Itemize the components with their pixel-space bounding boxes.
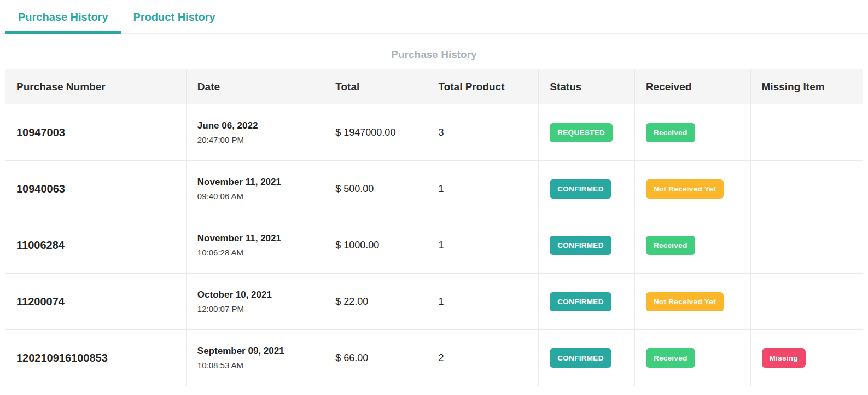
total-cell: $ 500.00 bbox=[324, 161, 427, 217]
tab-product-history[interactable]: Product History bbox=[121, 4, 228, 34]
total-cell: $ 22.00 bbox=[324, 274, 427, 330]
date-cell: October 10, 202112:00:07 PM bbox=[186, 274, 324, 330]
total-product-value: 3 bbox=[438, 127, 444, 138]
purchase-number-value: 11200074 bbox=[16, 295, 65, 307]
status-badge: CONFIRMED bbox=[550, 348, 611, 368]
status-cell: CONFIRMED bbox=[539, 330, 635, 386]
table-row: 10940063November 11, 202109:40:06 AM$ 50… bbox=[5, 161, 863, 217]
received-cell: Not Received Yet bbox=[634, 274, 750, 330]
purchase-number-value: 11006284 bbox=[16, 239, 65, 251]
missing-item-cell: Missing bbox=[750, 330, 863, 386]
missing-item-cell bbox=[750, 217, 863, 274]
column-header-date: Date bbox=[186, 69, 324, 104]
status-cell: REQUESTED bbox=[539, 104, 635, 161]
total-cell: $ 1947000.00 bbox=[324, 104, 427, 161]
table-header-row: Purchase Number Date Total Total Product… bbox=[5, 69, 863, 104]
date-value: November 11, 2021 bbox=[197, 177, 313, 188]
received-cell: Received bbox=[634, 330, 750, 386]
column-header-status: Status bbox=[539, 69, 635, 104]
received-cell: Not Received Yet bbox=[634, 161, 750, 217]
time-value: 09:40:06 AM bbox=[197, 191, 313, 201]
received-cell: Received bbox=[634, 217, 750, 274]
received-cell: Received bbox=[634, 104, 750, 161]
tabs-bar: Purchase History Product History bbox=[0, 4, 868, 34]
column-header-received: Received bbox=[634, 69, 750, 104]
total-cell: $ 1000.00 bbox=[324, 217, 427, 274]
total-product-value: 1 bbox=[438, 240, 444, 251]
received-badge: Received bbox=[646, 348, 695, 368]
page-title: Purchase History bbox=[0, 49, 868, 61]
total-product-cell: 3 bbox=[427, 104, 539, 161]
received-badge: Received bbox=[646, 123, 695, 142]
table-row: 10947003June 06, 202220:47:00 PM$ 194700… bbox=[5, 104, 863, 161]
purchase-number-cell: 120210916100853 bbox=[5, 330, 187, 386]
total-product-cell: 1 bbox=[427, 274, 539, 330]
received-badge: Received bbox=[646, 236, 695, 255]
total-product-value: 2 bbox=[438, 352, 444, 363]
total-value: $ 500.00 bbox=[335, 183, 374, 194]
status-badge: CONFIRMED bbox=[550, 236, 611, 255]
date-cell: June 06, 202220:47:00 PM bbox=[186, 104, 324, 161]
total-product-cell: 2 bbox=[427, 330, 539, 386]
total-value: $ 1947000.00 bbox=[335, 127, 395, 138]
status-cell: CONFIRMED bbox=[539, 161, 635, 217]
date-value: October 10, 2021 bbox=[197, 289, 313, 300]
column-header-total: Total bbox=[324, 69, 427, 104]
total-product-value: 1 bbox=[438, 183, 444, 194]
missing-item-badge: Missing bbox=[762, 348, 806, 368]
date-value: November 11, 2021 bbox=[197, 233, 313, 244]
purchase-number-cell: 11006284 bbox=[5, 217, 187, 274]
date-cell: November 11, 202109:40:06 AM bbox=[186, 161, 324, 217]
missing-item-cell bbox=[750, 274, 863, 330]
status-badge: CONFIRMED bbox=[550, 292, 611, 311]
total-value: $ 1000.00 bbox=[335, 240, 379, 251]
date-cell: November 11, 202110:06:28 AM bbox=[186, 217, 324, 274]
purchase-number-cell: 11200074 bbox=[5, 274, 187, 330]
time-value: 10:06:28 AM bbox=[197, 248, 313, 257]
status-cell: CONFIRMED bbox=[539, 217, 635, 274]
purchase-number-value: 10940063 bbox=[16, 183, 65, 195]
total-cell: $ 66.00 bbox=[324, 330, 427, 386]
time-value: 20:47:00 PM bbox=[197, 135, 313, 144]
table-row: 11200074October 10, 202112:00:07 PM$ 22.… bbox=[5, 274, 863, 330]
status-badge: REQUESTED bbox=[550, 123, 613, 142]
missing-item-cell bbox=[750, 104, 863, 161]
purchase-history-table: Purchase Number Date Total Total Product… bbox=[5, 69, 863, 386]
purchase-number-cell: 10940063 bbox=[5, 161, 187, 217]
status-badge: CONFIRMED bbox=[550, 179, 611, 199]
purchase-history-table-container: Purchase Number Date Total Total Product… bbox=[0, 69, 868, 386]
purchase-number-cell: 10947003 bbox=[5, 104, 187, 161]
total-value: $ 22.00 bbox=[335, 296, 368, 307]
purchase-table-body: 10947003June 06, 202220:47:00 PM$ 194700… bbox=[5, 104, 863, 386]
received-badge: Not Received Yet bbox=[646, 179, 724, 199]
table-row: 120210916100853September 09, 202110:08:5… bbox=[5, 330, 863, 386]
status-cell: CONFIRMED bbox=[539, 274, 635, 330]
total-product-cell: 1 bbox=[427, 161, 539, 217]
column-header-missing-item: Missing Item bbox=[750, 69, 863, 104]
column-header-total-product: Total Product bbox=[427, 69, 539, 104]
missing-item-cell bbox=[750, 161, 863, 217]
column-header-purchase-number: Purchase Number bbox=[5, 69, 187, 104]
total-product-value: 1 bbox=[438, 296, 444, 307]
date-cell: September 09, 202110:08:53 AM bbox=[186, 330, 324, 386]
total-value: $ 66.00 bbox=[335, 352, 368, 363]
time-value: 10:08:53 AM bbox=[197, 361, 313, 370]
date-value: June 06, 2022 bbox=[197, 120, 313, 131]
purchase-number-value: 120210916100853 bbox=[16, 352, 108, 364]
date-value: September 09, 2021 bbox=[197, 346, 313, 357]
time-value: 12:00:07 PM bbox=[197, 304, 313, 313]
table-row: 11006284November 11, 202110:06:28 AM$ 10… bbox=[5, 217, 863, 274]
received-badge: Not Received Yet bbox=[646, 292, 724, 311]
purchase-number-value: 10947003 bbox=[16, 126, 65, 138]
total-product-cell: 1 bbox=[427, 217, 539, 274]
tab-purchase-history[interactable]: Purchase History bbox=[5, 4, 121, 34]
